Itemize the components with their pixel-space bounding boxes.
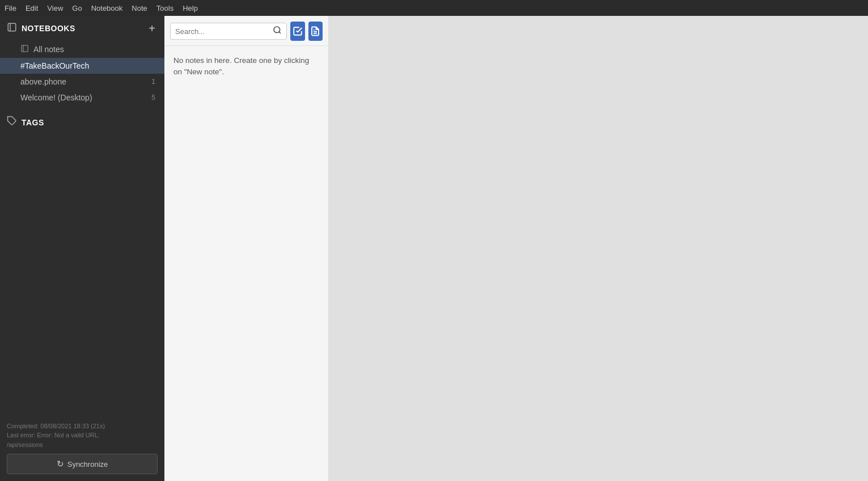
notes-toolbar	[164, 16, 328, 46]
notebook-welcome-count: 5	[151, 94, 155, 102]
sync-error-line2: /api/sessions	[7, 440, 158, 450]
svg-point-5	[274, 27, 280, 33]
sync-icon: ↻	[57, 459, 64, 469]
tags-icon	[7, 116, 17, 129]
notebooks-icon	[7, 22, 17, 35]
svg-rect-2	[22, 45, 28, 52]
menubar: File Edit View Go Notebook Note Tools He…	[0, 0, 868, 16]
editor-area	[329, 16, 868, 481]
sidebar-item-abovephone[interactable]: above.phone 1	[0, 74, 164, 90]
notebook-welcome-label: Welcome! (Desktop)	[20, 93, 147, 102]
new-note-button[interactable]	[308, 22, 323, 41]
tags-title: TAGS	[22, 118, 44, 127]
main-layout: NOTEBOOKS + All notes #TakeBackOurTech a…	[0, 16, 868, 481]
menu-notebook[interactable]: Notebook	[91, 4, 123, 12]
sidebar-footer: Completed: 08/08/2021 18:33 (21s) Last e…	[0, 416, 164, 482]
menu-help[interactable]: Help	[183, 4, 198, 12]
sidebar-item-takeback[interactable]: #TakeBackOurTech	[0, 58, 164, 74]
all-notes-icon	[20, 44, 29, 54]
menu-go[interactable]: Go	[72, 4, 82, 12]
menu-tools[interactable]: Tools	[156, 4, 173, 12]
notebook-abovephone-label: above.phone	[20, 77, 147, 86]
search-input[interactable]	[175, 27, 270, 36]
synchronize-button[interactable]: ↻ Synchronize	[7, 454, 158, 474]
toggle-todo-button[interactable]	[290, 22, 305, 41]
svg-rect-0	[8, 23, 16, 31]
notebooks-title: NOTEBOOKS	[22, 24, 142, 33]
sync-completed: Completed: 08/08/2021 18:33 (21s)	[7, 421, 158, 431]
sync-label: Synchronize	[67, 460, 108, 469]
notebook-abovephone-count: 1	[151, 78, 155, 86]
menu-edit[interactable]: Edit	[26, 4, 38, 12]
notebooks-section-header: NOTEBOOKS +	[0, 16, 164, 41]
notes-panel: No notes in here. Create one by clicking…	[164, 16, 329, 481]
notebook-takeback-label: #TakeBackOurTech	[20, 61, 151, 70]
menu-note[interactable]: Note	[132, 4, 147, 12]
search-button[interactable]	[273, 26, 282, 37]
sync-error-line1: Last error: Error: Not a valid URL:	[7, 431, 158, 440]
tags-section-header: TAGS	[0, 110, 164, 134]
menu-file[interactable]: File	[5, 4, 16, 12]
svg-line-6	[279, 32, 281, 33]
notes-empty-message: No notes in here. Create one by clicking…	[164, 46, 328, 87]
sidebar: NOTEBOOKS + All notes #TakeBackOurTech a…	[0, 16, 164, 481]
search-container	[170, 23, 287, 40]
sidebar-item-all-notes[interactable]: All notes	[0, 41, 164, 58]
sidebar-item-welcome[interactable]: Welcome! (Desktop) 5	[0, 90, 164, 106]
sync-status: Completed: 08/08/2021 18:33 (21s) Last e…	[7, 421, 158, 450]
add-notebook-button[interactable]: +	[146, 22, 158, 35]
menu-view[interactable]: View	[47, 4, 63, 12]
all-notes-label: All notes	[33, 45, 155, 54]
